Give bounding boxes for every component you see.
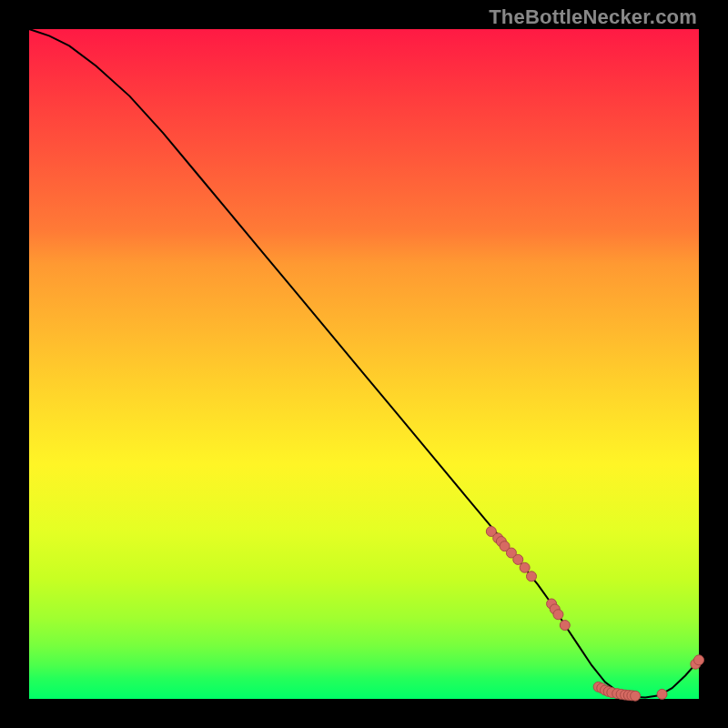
chart-overlay-svg bbox=[29, 29, 699, 699]
watermark-text: TheBottleNecker.com bbox=[489, 5, 697, 29]
bottleneck-curve bbox=[29, 29, 699, 698]
data-marker bbox=[560, 621, 570, 631]
data-marker bbox=[657, 689, 667, 699]
data-marker bbox=[527, 571, 537, 581]
data-marker bbox=[520, 562, 530, 572]
marker-group bbox=[486, 527, 703, 702]
data-marker bbox=[631, 691, 641, 701]
data-marker bbox=[513, 554, 523, 564]
data-marker bbox=[553, 610, 563, 620]
chart-stage: TheBottleNecker.com bbox=[0, 0, 728, 728]
data-marker bbox=[694, 655, 704, 665]
